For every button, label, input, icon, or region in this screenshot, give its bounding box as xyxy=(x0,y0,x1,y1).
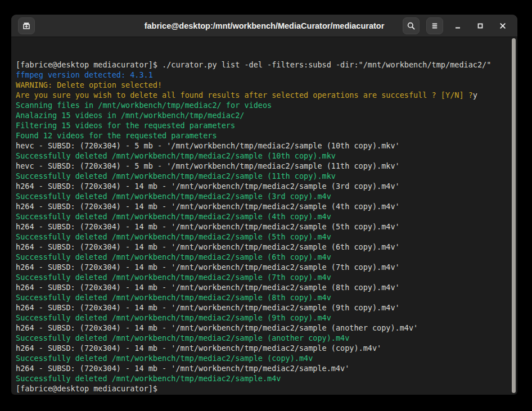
close-button[interactable] xyxy=(495,18,511,34)
terminal-text-segment: h264 - SUBSD: (720x304) - 14 mb - '/mnt/… xyxy=(16,182,400,191)
terminal-text-segment: Successfully deleted /mnt/workbench/tmp/… xyxy=(16,252,331,261)
terminal-line: ffmpeg version detected: 4.3.1 xyxy=(16,70,505,80)
maximize-button[interactable] xyxy=(472,18,488,34)
terminal-text-segment: WARNING: Delete option selected! xyxy=(16,80,162,89)
terminal-line: h264 - SUBSD: (720x304) - 14 mb - '/mnt/… xyxy=(16,262,505,272)
maximize-icon xyxy=(476,21,485,30)
menu-button[interactable] xyxy=(426,17,443,34)
terminal-text-segment: Successfully deleted /mnt/workbench/tmp/… xyxy=(16,151,336,160)
terminal-line: Successfully deleted /mnt/workbench/tmp/… xyxy=(16,313,505,323)
terminal-line: h264 - SUBSD: (720x304) - 14 mb - '/mnt/… xyxy=(16,201,505,211)
terminal-line: Successfully deleted /mnt/workbench/tmp/… xyxy=(16,333,505,343)
terminal-text-segment: Scanning files in /mnt/workbench/tmp/med… xyxy=(16,101,272,110)
terminal-text-segment: Successfully deleted /mnt/workbench/tmp/… xyxy=(16,313,331,322)
terminal-line: Successfully deleted /mnt/workbench/tmp/… xyxy=(16,272,505,282)
terminal-text-segment: h264 - SUBSD: (720x304) - 14 mb - '/mnt/… xyxy=(16,263,400,272)
terminal-line: Successfully deleted /mnt/workbench/tmp/… xyxy=(16,151,505,161)
terminal-text-segment: Found 12 videos for the requested parame… xyxy=(16,131,217,140)
close-icon xyxy=(498,21,507,30)
terminal-line: Successfully deleted /mnt/workbench/tmp/… xyxy=(16,353,505,363)
terminal-text-segment: hevc - SUBSD: (720x304) - 5 mb - '/mnt/w… xyxy=(16,161,400,170)
terminal-text-segment: Successfully deleted /mnt/workbench/tmp/… xyxy=(16,333,349,342)
terminal-text-segment: Successfully deleted /mnt/workbench/tmp/… xyxy=(16,293,331,302)
terminal-line: hevc - SUBSD: (720x304) - 5 mb - '/mnt/w… xyxy=(16,141,505,151)
terminal-text-segment: Successfully deleted /mnt/workbench/tmp/… xyxy=(16,192,331,201)
terminal-text-segment: hevc - SUBSD: (720x304) - 5 mb - '/mnt/w… xyxy=(16,141,400,150)
terminal-line: h264 - SUBSD: (720x304) - 14 mb - '/mnt/… xyxy=(16,181,505,191)
terminal-line: h264 - SUBSD: (720x304) - 14 mb - '/mnt/… xyxy=(16,363,505,373)
terminal-text-segment: Are you sure you wish to delete all foun… xyxy=(16,91,473,100)
terminal-text-segment: h264 - SUBSD: (720x304) - 14 mb - '/mnt/… xyxy=(16,303,400,312)
terminal-line: h264 - SUBSD: (720x304) - 14 mb - '/mnt/… xyxy=(16,222,505,232)
terminal-line: hevc - SUBSD: (720x304) - 5 mb - '/mnt/w… xyxy=(16,161,505,171)
search-icon xyxy=(407,21,416,30)
terminal-line: h264 - SUBSD: (720x304) - 14 mb - '/mnt/… xyxy=(16,282,505,292)
terminal-line: h264 - SUBSD: (720x304) - 14 mb - '/mnt/… xyxy=(16,323,505,333)
scrollbar-thumb[interactable] xyxy=(512,38,516,393)
terminal-line: [fabrice@desktop mediacurator]$ ./curato… xyxy=(16,60,505,70)
terminal-line: Successfully deleted /mnt/workbench/tmp/… xyxy=(16,252,505,262)
terminal-line: Successfully deleted /mnt/workbench/tmp/… xyxy=(16,232,505,242)
terminal-text-segment: y xyxy=(473,91,477,100)
terminal-line: h264 - SUBSD: (720x304) - 14 mb - '/mnt/… xyxy=(16,302,505,313)
terminal-output[interactable]: [fabrice@desktop mediacurator]$ ./curato… xyxy=(11,37,517,395)
terminal-line: h264 - SUBSD: (720x304) - 14 mb - '/mnt/… xyxy=(16,242,505,252)
terminal-text-segment: Successfully deleted /mnt/workbench/tmp/… xyxy=(16,354,313,363)
terminal-line: h264 - SUBSD: (720x304) - 14 mb - '/mnt/… xyxy=(16,343,505,353)
terminal-line: Successfully deleted /mnt/workbench/tmp/… xyxy=(16,211,505,222)
terminal-line: [fabrice@desktop mediacurator]$ xyxy=(16,383,505,394)
terminal-text-segment: Successfully deleted /mnt/workbench/tmp/… xyxy=(16,232,331,241)
terminal-text-segment: h264 - SUBSD: (720x304) - 14 mb - '/mnt/… xyxy=(16,202,400,211)
terminal-lines: [fabrice@desktop mediacurator]$ ./curato… xyxy=(16,60,505,394)
terminal-line: Filtering 15 videos for the requested pa… xyxy=(16,120,505,130)
terminal-text-segment: h264 - SUBSD: (720x304) - 14 mb - '/mnt/… xyxy=(16,344,381,353)
search-button[interactable] xyxy=(403,17,420,34)
terminal-text-segment: h264 - SUBSD: (720x304) - 14 mb - '/mnt/… xyxy=(16,283,400,292)
window-title: fabrice@desktop:/mnt/workbench/MediaCura… xyxy=(145,21,385,30)
new-tab-button[interactable] xyxy=(18,17,35,34)
terminal-line: WARNING: Delete option selected! xyxy=(16,80,505,90)
terminal-text-segment: [fabrice@desktop mediacurator]$ xyxy=(16,384,162,393)
terminal-text-segment: Successfully deleted /mnt/workbench/tmp/… xyxy=(16,273,331,282)
terminal-text-segment: Filtering 15 videos for the requested pa… xyxy=(16,121,235,130)
minimize-button[interactable] xyxy=(450,18,466,34)
new-tab-icon xyxy=(22,21,31,30)
minimize-icon xyxy=(453,21,462,30)
terminal-line: Successfully deleted /mnt/workbench/tmp/… xyxy=(16,191,505,201)
terminal-line: Successfully deleted /mnt/workbench/tmp/… xyxy=(16,373,505,383)
terminal-window: fabrice@desktop:/mnt/workbench/MediaCura… xyxy=(11,15,517,395)
terminal-text-segment: ffmpeg version detected: 4.3.1 xyxy=(16,70,153,79)
terminal-text-segment: h264 - SUBSD: (720x304) - 14 mb - '/mnt/… xyxy=(16,323,418,332)
terminal-line: Found 12 videos for the requested parame… xyxy=(16,130,505,141)
terminal-text-segment: Analazing 15 videos in /mnt/workbench/tm… xyxy=(16,111,244,120)
hamburger-menu-icon xyxy=(430,21,439,30)
terminal-line: Are you sure you wish to delete all foun… xyxy=(16,90,505,100)
terminal-text-segment: h264 - SUBSD: (720x304) - 14 mb - '/mnt/… xyxy=(16,222,400,231)
scrollbar[interactable] xyxy=(510,38,517,394)
terminal-line: Analazing 15 videos in /mnt/workbench/tm… xyxy=(16,110,505,120)
terminal-text-segment: [fabrice@desktop mediacurator]$ ./curato… xyxy=(16,60,491,69)
terminal-text-segment: h264 - SUBSD: (720x304) - 14 mb - '/mnt/… xyxy=(16,364,349,373)
titlebar[interactable]: fabrice@desktop:/mnt/workbench/MediaCura… xyxy=(11,15,517,37)
terminal-line: Scanning files in /mnt/workbench/tmp/med… xyxy=(16,100,505,110)
terminal-text-segment: h264 - SUBSD: (720x304) - 14 mb - '/mnt/… xyxy=(16,242,400,251)
terminal-line: Successfully deleted /mnt/workbench/tmp/… xyxy=(16,171,505,181)
terminal-text-segment: Successfully deleted /mnt/workbench/tmp/… xyxy=(16,212,331,221)
terminal-text-segment: Successfully deleted /mnt/workbench/tmp/… xyxy=(16,374,281,383)
titlebar-controls xyxy=(403,17,511,34)
terminal-line: Successfully deleted /mnt/workbench/tmp/… xyxy=(16,292,505,302)
terminal-text-segment: Successfully deleted /mnt/workbench/tmp/… xyxy=(16,171,336,180)
